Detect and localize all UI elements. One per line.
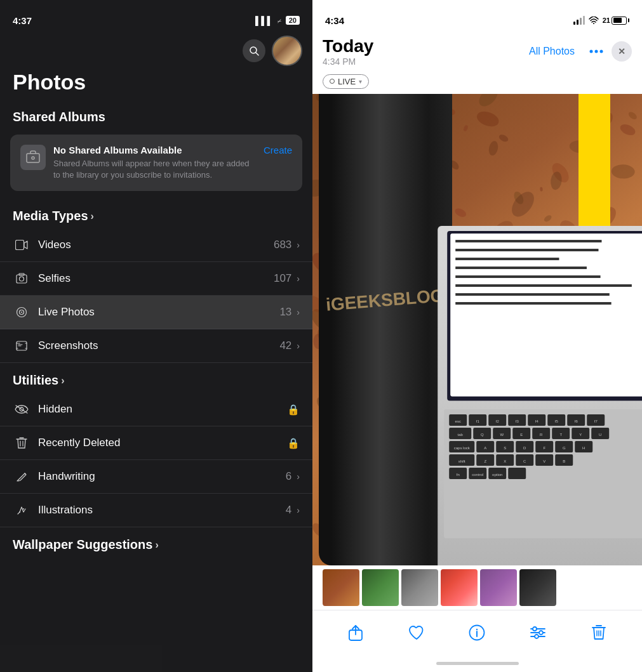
illustrations-count: 4 xyxy=(286,504,291,517)
delete-button[interactable] xyxy=(584,617,614,648)
live-badge[interactable]: LIVE ▾ xyxy=(323,74,369,89)
list-item-illustrations[interactable]: Illustrations 4 › xyxy=(0,494,312,527)
svg-point-6 xyxy=(20,277,24,281)
status-icons-right: 21 xyxy=(573,16,629,25)
wallpaper-chevron: › xyxy=(155,539,158,551)
shared-albums-text: No Shared Albums Available Shared Albums… xyxy=(53,145,256,181)
svg-point-26 xyxy=(539,631,543,635)
list-item-screenshots[interactable]: Screenshots 42 › xyxy=(0,329,312,363)
nav-subtitle: 4:34 PM xyxy=(323,56,518,67)
screenshot-icon xyxy=(13,337,30,355)
share-button[interactable] xyxy=(340,617,371,648)
svg-point-3 xyxy=(32,157,34,159)
favorite-button[interactable] xyxy=(401,617,432,648)
battery-label-left: 20 xyxy=(286,16,300,25)
hidden-lock-icon: 🔒 xyxy=(287,404,300,416)
shared-albums-card: No Shared Albums Available Shared Albums… xyxy=(10,135,302,191)
close-button[interactable]: ✕ xyxy=(612,41,632,62)
list-item-selfies[interactable]: Selfies 107 › xyxy=(0,262,312,296)
status-bar-left: 4:37 ▌▌▌ ⌿ 20 xyxy=(0,0,312,32)
trash-icon-left xyxy=(13,434,30,452)
svg-rect-11 xyxy=(17,341,27,350)
thumbnail-6[interactable] xyxy=(519,569,556,606)
more-button[interactable] xyxy=(586,41,606,62)
svg-point-17 xyxy=(590,50,593,53)
svg-point-16 xyxy=(593,23,594,24)
handwriting-count: 6 xyxy=(286,470,291,483)
thumbnail-5[interactable] xyxy=(480,569,517,606)
home-indicator xyxy=(312,654,642,672)
thumbnail-2[interactable] xyxy=(362,569,399,606)
wallpaper-header: Wallpaper Suggestions › xyxy=(0,532,312,557)
avatar-left[interactable] xyxy=(272,36,302,66)
left-panel: 4:37 ▌▌▌ ⌿ 20 Photos Shared Albums xyxy=(0,0,312,672)
left-content: 4:37 ▌▌▌ ⌿ 20 Photos Shared Albums xyxy=(0,0,312,557)
live-photos-icon xyxy=(13,303,30,321)
video-icon xyxy=(13,236,30,254)
svg-point-24 xyxy=(533,627,537,631)
right-panel: 4:34 21 xyxy=(312,0,642,672)
svg-point-18 xyxy=(595,50,598,53)
videos-label: Videos xyxy=(38,239,274,251)
info-button[interactable] xyxy=(462,617,492,648)
svg-rect-4 xyxy=(16,240,24,250)
hidden-label: Hidden xyxy=(38,403,287,416)
thumbnail-3[interactable] xyxy=(401,569,438,606)
nav-title-area: Today 4:34 PM xyxy=(323,37,518,67)
adjust-button[interactable] xyxy=(523,617,553,648)
status-bar-right: 4:34 21 xyxy=(312,0,642,32)
list-item-recently-deleted[interactable]: Recently Deleted 🔒 xyxy=(0,426,312,460)
live-chevron-icon: ▾ xyxy=(359,78,362,85)
screenshots-label: Screenshots xyxy=(38,339,279,352)
svg-point-22 xyxy=(476,628,478,629)
utilities-chevron: › xyxy=(61,375,64,386)
page-title-left: Photos xyxy=(0,70,312,105)
media-types-chevron: › xyxy=(91,211,94,222)
list-item-videos[interactable]: Videos 683 › xyxy=(0,228,312,262)
svg-line-1 xyxy=(256,53,258,55)
nav-title: Today xyxy=(323,37,518,56)
home-bar xyxy=(436,662,519,665)
live-photos-chevron: › xyxy=(297,307,300,317)
pen-icon xyxy=(13,468,30,485)
list-item-hidden[interactable]: Hidden 🔒 xyxy=(0,393,312,426)
action-toolbar xyxy=(312,610,642,654)
live-photos-count: 13 xyxy=(279,306,291,319)
thumbnail-1[interactable] xyxy=(323,569,359,606)
svg-point-19 xyxy=(600,50,603,53)
svg-point-14 xyxy=(19,511,20,513)
search-button-left[interactable] xyxy=(243,39,265,62)
no-albums-subtitle: Shared Albums will appear here when they… xyxy=(53,158,256,181)
live-badge-row: LIVE ▾ xyxy=(312,74,642,94)
wifi-icon-left: ⌿ xyxy=(277,16,282,25)
selfie-icon xyxy=(13,270,30,287)
svg-point-15 xyxy=(23,508,24,510)
all-photos-button[interactable]: All Photos xyxy=(523,42,581,61)
svg-point-10 xyxy=(21,312,22,313)
live-dot-icon xyxy=(330,79,335,84)
handwriting-chevron: › xyxy=(297,471,300,482)
selfies-count: 107 xyxy=(274,272,291,285)
nav-header: Today 4:34 PM All Photos ✕ xyxy=(312,32,642,74)
thumbnail-4[interactable] xyxy=(441,569,478,606)
illustrations-label: Illustrations xyxy=(38,504,286,517)
create-button[interactable]: Create xyxy=(264,145,292,155)
illustration-icon xyxy=(13,501,30,519)
videos-count: 683 xyxy=(274,239,291,251)
list-item-live-photos[interactable]: Live Photos 13 › xyxy=(0,296,312,329)
signal-icon-left: ▌▌▌ xyxy=(255,16,273,25)
live-photos-label: Live Photos xyxy=(38,306,279,319)
shared-albums-header: Shared Albums xyxy=(0,105,312,129)
selfies-label: Selfies xyxy=(38,272,274,285)
status-time-left: 4:37 xyxy=(13,15,32,26)
illustrations-chevron: › xyxy=(297,505,300,515)
no-albums-title: No Shared Albums Available xyxy=(53,145,256,155)
utilities-header: Utilities › xyxy=(0,368,312,393)
main-photo[interactable] xyxy=(312,94,642,565)
live-badge-label: LIVE xyxy=(338,77,356,86)
list-item-handwriting[interactable]: Handwriting 6 › xyxy=(0,460,312,494)
selfies-chevron: › xyxy=(297,273,300,284)
signal-icon-right xyxy=(573,16,585,25)
battery-icon-right: 21 xyxy=(603,16,629,25)
recently-deleted-label: Recently Deleted xyxy=(38,437,287,449)
